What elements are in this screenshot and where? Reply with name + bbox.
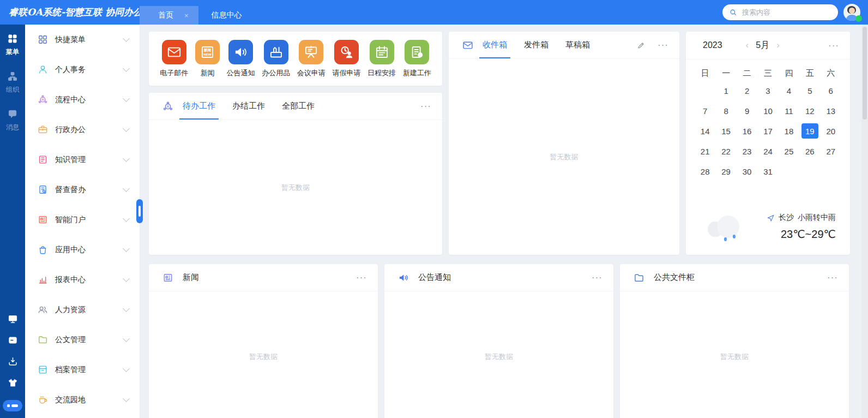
nav-tab[interactable]: 首页 ×	[140, 6, 198, 25]
sidebar-item[interactable]: 流程中心	[25, 85, 140, 115]
calendar-day[interactable]: 15	[718, 123, 734, 139]
calendar-day[interactable]: 17	[760, 123, 776, 139]
more-icon[interactable]: ···	[827, 273, 838, 282]
sidebar-item[interactable]: 人力资源	[25, 295, 140, 325]
sidebar-item[interactable]: 应用中心	[25, 235, 140, 265]
calendar-day[interactable]: 22	[718, 144, 734, 159]
calendar-day[interactable]: 19	[801, 123, 818, 139]
calendar-day[interactable]: 25	[781, 144, 797, 159]
sidebar-item[interactable]: 报表中心	[25, 265, 140, 295]
calendar-day[interactable]: 6	[823, 83, 839, 98]
rail-tool-button[interactable]	[8, 335, 18, 345]
calendar-day[interactable]: 28	[697, 164, 713, 179]
nav-tab[interactable]: 信息中心	[198, 6, 255, 25]
calendar-day[interactable]: 14	[697, 123, 713, 139]
search-input[interactable]	[741, 8, 835, 17]
calendar-day[interactable]: 18	[781, 123, 797, 139]
rail-tool-button[interactable]	[8, 314, 18, 324]
calendar-day[interactable]: 30	[739, 164, 755, 179]
left-rail: 菜单 组织 消息	[0, 25, 25, 418]
calendar-day[interactable]: 9	[739, 103, 755, 118]
work-tab-label: 全部工作	[282, 101, 315, 111]
collapse-toggle[interactable]	[3, 400, 22, 411]
calendar-day[interactable]: 13	[823, 103, 839, 118]
office-supplies-icon	[264, 40, 288, 64]
sidebar-item[interactable]: 知识管理	[25, 145, 140, 175]
calendar-day[interactable]: 23	[739, 144, 755, 159]
quick-action[interactable]: 会议申请	[297, 40, 326, 78]
calendar-day[interactable]: 2	[739, 83, 755, 98]
calendar-day[interactable]: 4	[781, 83, 797, 98]
calendar-day[interactable]: 12	[801, 103, 818, 118]
more-icon[interactable]: ···	[828, 41, 839, 50]
calendar-day[interactable]: 3	[760, 83, 776, 98]
announcement-icon	[228, 40, 253, 64]
calendar-day[interactable]: 31	[760, 164, 776, 179]
work-tab[interactable]: 待办工作	[183, 93, 215, 120]
sidebar-item[interactable]: 交流园地	[25, 385, 140, 415]
sidebar-item[interactable]: 公文管理	[25, 325, 140, 355]
scrollbar-thumb[interactable]	[863, 27, 867, 120]
calendar-day[interactable]: 21	[697, 144, 713, 159]
more-icon[interactable]: ···	[356, 273, 367, 282]
calendar-day[interactable]: 5	[801, 83, 818, 98]
quick-action[interactable]: 新建工作	[403, 40, 431, 78]
calendar-day[interactable]	[823, 164, 839, 179]
rail-tool-button[interactable]	[8, 378, 18, 388]
quick-action[interactable]: 办公用品	[262, 40, 290, 78]
next-month-icon[interactable]: ›	[769, 40, 787, 51]
rail-item[interactable]: 消息	[6, 109, 19, 132]
quick-action[interactable]: 请假申请	[332, 40, 360, 78]
rail-item[interactable]: 菜单	[6, 33, 19, 57]
calendar-day[interactable]	[801, 164, 818, 179]
calendar-day[interactable]: 8	[718, 103, 734, 118]
calendar-day[interactable]: 16	[739, 123, 755, 139]
more-icon[interactable]: ···	[420, 101, 431, 111]
calendar-day[interactable]	[781, 164, 797, 179]
calendar-day[interactable]: 27	[823, 144, 839, 159]
quick-action[interactable]: 电子邮件	[160, 40, 188, 78]
sidebar-item-label: 报表中心	[55, 275, 124, 285]
calendar-day[interactable]: 29	[718, 164, 734, 179]
calendar-day[interactable]: 10	[760, 103, 776, 118]
chevron-down-icon	[123, 395, 130, 402]
calendar-day[interactable]: 20	[823, 123, 839, 139]
rail-tool-button[interactable]	[8, 356, 18, 367]
sidebar-item[interactable]: 个人事务	[25, 55, 140, 85]
mail-tab[interactable]: 草稿箱	[565, 32, 590, 58]
sidebar-item-label: 知识管理	[55, 155, 124, 165]
sidebar-item[interactable]: 智能门户	[25, 205, 140, 235]
sidebar-item[interactable]: 督查督办	[25, 175, 140, 205]
quick-action[interactable]: 日程安排	[367, 40, 396, 78]
info-panel-header: 公告通知 ···	[384, 264, 613, 291]
sidebar-item[interactable]: 档案管理	[25, 355, 140, 385]
quick-action[interactable]: 新闻	[195, 40, 220, 78]
calendar-day[interactable]: 24	[760, 144, 776, 159]
work-tab[interactable]: 全部工作	[282, 93, 315, 120]
calendar-day[interactable]: 26	[801, 144, 818, 159]
close-icon[interactable]: ×	[184, 12, 189, 19]
dashboard-bottom-row: 新闻 ··· 暂无数据 公告通知 ··· 暂无数据	[149, 264, 868, 418]
left-column: 电子邮件 新闻 公告通知	[149, 32, 442, 255]
mail-tab[interactable]: 发件箱	[524, 32, 548, 58]
mail-tab[interactable]: 收件箱	[483, 32, 507, 58]
more-icon[interactable]: ···	[592, 273, 602, 282]
quick-action-label: 公告通知	[227, 68, 255, 78]
calendar-day[interactable]	[697, 83, 713, 98]
work-tab[interactable]: 办结工作	[232, 93, 265, 120]
calendar-day[interactable]: 7	[697, 103, 713, 118]
prev-month-icon[interactable]: ‹	[739, 40, 756, 51]
sidebar-item[interactable]: 快捷菜单	[25, 25, 140, 55]
sidebar-item[interactable]: 行政办公	[25, 115, 140, 145]
info-panel: 新闻 ··· 暂无数据	[149, 264, 378, 418]
scrollbar[interactable]	[861, 25, 868, 418]
more-icon[interactable]: ···	[658, 40, 668, 50]
rail-item[interactable]: 组织	[6, 71, 19, 94]
calendar-day[interactable]: 11	[781, 103, 797, 118]
compose-icon[interactable]	[637, 41, 646, 50]
user-avatar[interactable]	[843, 4, 860, 21]
sidebar-collapse-handle[interactable]	[136, 199, 143, 223]
calendar-day[interactable]: 1	[718, 83, 734, 98]
quick-action[interactable]: 公告通知	[227, 40, 255, 78]
search-box[interactable]	[722, 4, 838, 20]
